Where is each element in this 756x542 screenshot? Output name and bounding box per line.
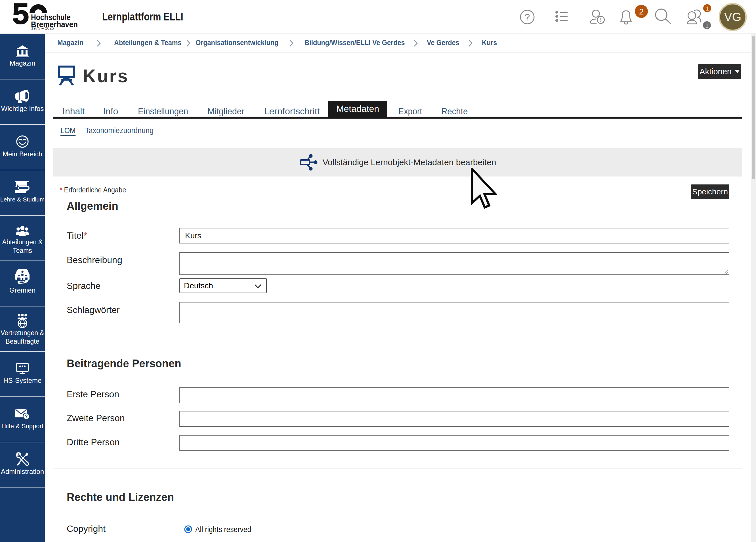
svg-text:2: 2 — [639, 7, 644, 16]
svg-text:VG: VG — [724, 10, 742, 24]
svg-text:1: 1 — [705, 5, 709, 12]
svg-text:1: 1 — [705, 22, 709, 29]
svg-text:?: ? — [525, 12, 530, 22]
svg-text:?: ? — [25, 414, 28, 419]
